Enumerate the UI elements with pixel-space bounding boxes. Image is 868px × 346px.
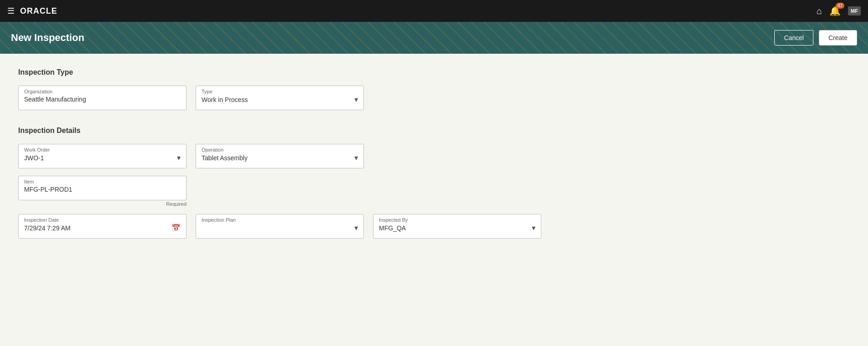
create-button[interactable]: Create — [819, 30, 857, 46]
organization-label: Organization — [24, 89, 181, 94]
inspection-plan-dropdown-arrow-icon: ▾ — [354, 224, 358, 232]
inspection-details-heading: Inspection Details — [18, 127, 850, 135]
work-order-value: JWO-1 — [24, 154, 44, 162]
type-label: Type — [202, 89, 358, 94]
inspection-date-field[interactable]: Inspection Date 7/29/24 7:29 AM 📅 — [18, 214, 187, 239]
type-value: Work in Process — [202, 96, 248, 103]
operation-value: Tablet Assembly — [202, 154, 247, 162]
top-navigation: ☰ ORACLE ⌂ 🔔 47 MF — [0, 0, 868, 22]
inspection-type-row: Organization Seattle Manufacturing Type … — [18, 86, 850, 110]
page-header: New Inspection Cancel Create — [0, 22, 868, 54]
user-avatar[interactable]: MF — [848, 6, 861, 15]
work-order-select[interactable]: JWO-1 ▾ — [24, 153, 181, 162]
organization-field: Organization Seattle Manufacturing — [18, 86, 187, 110]
inspection-plan-field[interactable]: Inspection Plan ▾ — [196, 214, 364, 239]
operation-dropdown-arrow-icon: ▾ — [354, 153, 358, 162]
page-title: New Inspection — [11, 32, 84, 44]
inspection-type-section: Inspection Type Organization Seattle Man… — [18, 68, 850, 110]
inspection-details-section: Inspection Details Work Order JWO-1 ▾ Op… — [18, 127, 850, 239]
header-background-decoration — [0, 22, 868, 54]
item-row: Item MFG-PL-PROD1 Required — [18, 176, 850, 207]
nav-right: ⌂ 🔔 47 MF — [817, 5, 861, 16]
inspection-date-input-row[interactable]: 7/29/24 7:29 AM 📅 — [24, 224, 181, 232]
operation-field[interactable]: Operation Tablet Assembly ▾ — [196, 144, 364, 168]
operation-label: Operation — [202, 147, 358, 153]
inspected-by-value: MFG_QA — [379, 224, 406, 232]
home-icon[interactable]: ⌂ — [817, 6, 822, 16]
inspection-type-heading: Inspection Type — [18, 68, 850, 76]
item-required-text: Required — [18, 201, 187, 207]
work-order-operation-row: Work Order JWO-1 ▾ Operation Tablet Asse… — [18, 144, 850, 168]
date-plan-inspector-row: Inspection Date 7/29/24 7:29 AM 📅 Inspec… — [18, 214, 850, 239]
inspected-by-field[interactable]: Inspected By MFG_QA ▾ — [373, 214, 541, 239]
type-field[interactable]: Type Work in Process ▾ — [196, 86, 364, 110]
operation-select[interactable]: Tablet Assembly ▾ — [202, 153, 358, 162]
header-actions: Cancel Create — [774, 30, 857, 46]
type-dropdown-arrow-icon: ▾ — [354, 95, 358, 104]
inspection-date-label: Inspection Date — [24, 217, 181, 223]
type-select[interactable]: Work in Process ▾ — [202, 95, 358, 104]
inspected-by-select[interactable]: MFG_QA ▾ — [379, 224, 535, 232]
item-field-wrapper: Item MFG-PL-PROD1 Required — [18, 176, 187, 207]
work-order-dropdown-arrow-icon: ▾ — [177, 153, 181, 162]
main-content: Inspection Type Organization Seattle Man… — [0, 54, 868, 270]
calendar-icon[interactable]: 📅 — [172, 224, 181, 232]
item-label: Item — [24, 179, 181, 184]
inspection-date-value: 7/29/24 7:29 AM — [24, 224, 71, 232]
notification-icon[interactable]: 🔔 47 — [829, 5, 841, 16]
inspected-by-label: Inspected By — [379, 217, 535, 223]
work-order-label: Work Order — [24, 147, 181, 153]
oracle-logo: ORACLE — [20, 6, 57, 16]
cancel-button[interactable]: Cancel — [774, 30, 813, 46]
hamburger-menu-icon[interactable]: ☰ — [7, 6, 15, 16]
inspected-by-dropdown-arrow-icon: ▾ — [532, 224, 535, 232]
item-value: MFG-PL-PROD1 — [24, 186, 72, 193]
notification-badge: 47 — [836, 3, 844, 9]
organization-value: Seattle Manufacturing — [24, 96, 86, 103]
work-order-field[interactable]: Work Order JWO-1 ▾ — [18, 144, 187, 168]
inspection-plan-select[interactable]: ▾ — [202, 224, 358, 232]
item-field[interactable]: Item MFG-PL-PROD1 — [18, 176, 187, 200]
inspection-plan-label: Inspection Plan — [202, 217, 358, 223]
nav-left: ☰ ORACLE — [7, 6, 57, 16]
